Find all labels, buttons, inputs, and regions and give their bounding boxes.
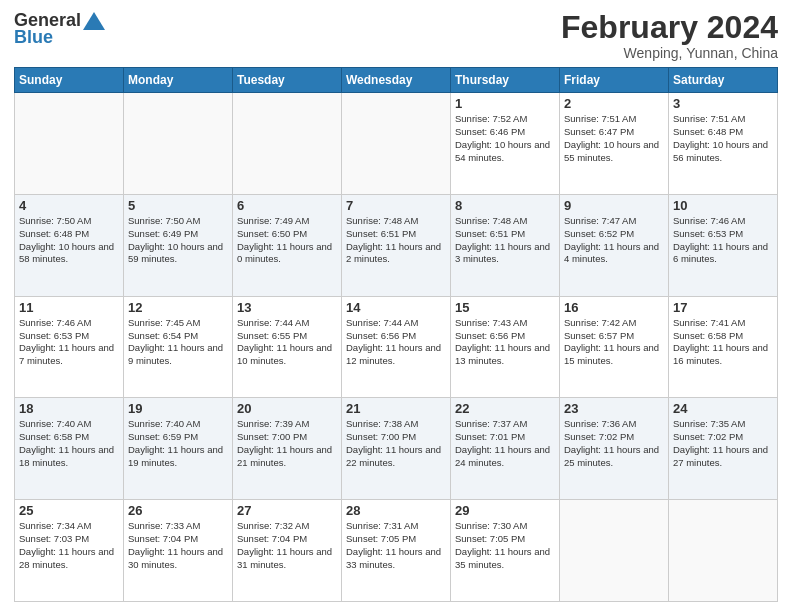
day-info: Sunrise: 7:32 AM Sunset: 7:04 PM Dayligh… xyxy=(237,520,337,571)
day-info: Sunrise: 7:41 AM Sunset: 6:58 PM Dayligh… xyxy=(673,317,773,368)
day-number: 15 xyxy=(455,300,555,315)
day-number: 6 xyxy=(237,198,337,213)
day-info: Sunrise: 7:43 AM Sunset: 6:56 PM Dayligh… xyxy=(455,317,555,368)
day-info: Sunrise: 7:42 AM Sunset: 6:57 PM Dayligh… xyxy=(564,317,664,368)
logo-triangle-icon xyxy=(83,12,105,30)
weekday-header: Tuesday xyxy=(233,68,342,93)
day-info: Sunrise: 7:44 AM Sunset: 6:56 PM Dayligh… xyxy=(346,317,446,368)
calendar-week-row: 1Sunrise: 7:52 AM Sunset: 6:46 PM Daylig… xyxy=(15,93,778,195)
day-number: 19 xyxy=(128,401,228,416)
svg-marker-0 xyxy=(83,12,105,30)
day-info: Sunrise: 7:48 AM Sunset: 6:51 PM Dayligh… xyxy=(346,215,446,266)
day-number: 21 xyxy=(346,401,446,416)
day-info: Sunrise: 7:46 AM Sunset: 6:53 PM Dayligh… xyxy=(19,317,119,368)
day-info: Sunrise: 7:52 AM Sunset: 6:46 PM Dayligh… xyxy=(455,113,555,164)
month-title: February 2024 xyxy=(561,10,778,45)
calendar-cell: 17Sunrise: 7:41 AM Sunset: 6:58 PM Dayli… xyxy=(669,296,778,398)
calendar-cell: 10Sunrise: 7:46 AM Sunset: 6:53 PM Dayli… xyxy=(669,194,778,296)
calendar-cell: 15Sunrise: 7:43 AM Sunset: 6:56 PM Dayli… xyxy=(451,296,560,398)
calendar-cell: 6Sunrise: 7:49 AM Sunset: 6:50 PM Daylig… xyxy=(233,194,342,296)
day-number: 11 xyxy=(19,300,119,315)
day-info: Sunrise: 7:50 AM Sunset: 6:49 PM Dayligh… xyxy=(128,215,228,266)
calendar-cell: 26Sunrise: 7:33 AM Sunset: 7:04 PM Dayli… xyxy=(124,500,233,602)
day-number: 5 xyxy=(128,198,228,213)
header: General Blue February 2024 Wenping, Yunn… xyxy=(14,10,778,61)
calendar-cell: 20Sunrise: 7:39 AM Sunset: 7:00 PM Dayli… xyxy=(233,398,342,500)
day-number: 20 xyxy=(237,401,337,416)
calendar-cell: 4Sunrise: 7:50 AM Sunset: 6:48 PM Daylig… xyxy=(15,194,124,296)
day-number: 1 xyxy=(455,96,555,111)
day-number: 29 xyxy=(455,503,555,518)
page: General Blue February 2024 Wenping, Yunn… xyxy=(0,0,792,612)
day-info: Sunrise: 7:31 AM Sunset: 7:05 PM Dayligh… xyxy=(346,520,446,571)
day-number: 13 xyxy=(237,300,337,315)
calendar-cell: 21Sunrise: 7:38 AM Sunset: 7:00 PM Dayli… xyxy=(342,398,451,500)
calendar-cell: 3Sunrise: 7:51 AM Sunset: 6:48 PM Daylig… xyxy=(669,93,778,195)
day-number: 3 xyxy=(673,96,773,111)
day-number: 9 xyxy=(564,198,664,213)
day-number: 4 xyxy=(19,198,119,213)
calendar-cell xyxy=(233,93,342,195)
day-number: 7 xyxy=(346,198,446,213)
day-info: Sunrise: 7:49 AM Sunset: 6:50 PM Dayligh… xyxy=(237,215,337,266)
day-number: 16 xyxy=(564,300,664,315)
day-info: Sunrise: 7:39 AM Sunset: 7:00 PM Dayligh… xyxy=(237,418,337,469)
weekday-header: Sunday xyxy=(15,68,124,93)
calendar-week-row: 18Sunrise: 7:40 AM Sunset: 6:58 PM Dayli… xyxy=(15,398,778,500)
calendar-table: SundayMondayTuesdayWednesdayThursdayFrid… xyxy=(14,67,778,602)
day-number: 22 xyxy=(455,401,555,416)
day-info: Sunrise: 7:51 AM Sunset: 6:47 PM Dayligh… xyxy=(564,113,664,164)
calendar-cell: 12Sunrise: 7:45 AM Sunset: 6:54 PM Dayli… xyxy=(124,296,233,398)
day-number: 27 xyxy=(237,503,337,518)
calendar-cell: 5Sunrise: 7:50 AM Sunset: 6:49 PM Daylig… xyxy=(124,194,233,296)
calendar-cell xyxy=(15,93,124,195)
day-number: 14 xyxy=(346,300,446,315)
day-number: 23 xyxy=(564,401,664,416)
day-info: Sunrise: 7:48 AM Sunset: 6:51 PM Dayligh… xyxy=(455,215,555,266)
calendar-cell: 28Sunrise: 7:31 AM Sunset: 7:05 PM Dayli… xyxy=(342,500,451,602)
day-number: 12 xyxy=(128,300,228,315)
day-number: 17 xyxy=(673,300,773,315)
logo: General Blue xyxy=(14,10,105,48)
day-info: Sunrise: 7:40 AM Sunset: 6:58 PM Dayligh… xyxy=(19,418,119,469)
day-info: Sunrise: 7:35 AM Sunset: 7:02 PM Dayligh… xyxy=(673,418,773,469)
logo-blue-text: Blue xyxy=(14,27,53,48)
day-info: Sunrise: 7:34 AM Sunset: 7:03 PM Dayligh… xyxy=(19,520,119,571)
weekday-header: Saturday xyxy=(669,68,778,93)
day-number: 18 xyxy=(19,401,119,416)
calendar-cell: 22Sunrise: 7:37 AM Sunset: 7:01 PM Dayli… xyxy=(451,398,560,500)
weekday-header: Wednesday xyxy=(342,68,451,93)
calendar-cell: 9Sunrise: 7:47 AM Sunset: 6:52 PM Daylig… xyxy=(560,194,669,296)
calendar-cell: 23Sunrise: 7:36 AM Sunset: 7:02 PM Dayli… xyxy=(560,398,669,500)
day-number: 24 xyxy=(673,401,773,416)
calendar-cell: 1Sunrise: 7:52 AM Sunset: 6:46 PM Daylig… xyxy=(451,93,560,195)
weekday-header: Friday xyxy=(560,68,669,93)
day-info: Sunrise: 7:50 AM Sunset: 6:48 PM Dayligh… xyxy=(19,215,119,266)
calendar-header-row: SundayMondayTuesdayWednesdayThursdayFrid… xyxy=(15,68,778,93)
day-info: Sunrise: 7:40 AM Sunset: 6:59 PM Dayligh… xyxy=(128,418,228,469)
day-info: Sunrise: 7:36 AM Sunset: 7:02 PM Dayligh… xyxy=(564,418,664,469)
day-info: Sunrise: 7:46 AM Sunset: 6:53 PM Dayligh… xyxy=(673,215,773,266)
calendar-cell xyxy=(342,93,451,195)
calendar-week-row: 11Sunrise: 7:46 AM Sunset: 6:53 PM Dayli… xyxy=(15,296,778,398)
day-info: Sunrise: 7:30 AM Sunset: 7:05 PM Dayligh… xyxy=(455,520,555,571)
day-info: Sunrise: 7:45 AM Sunset: 6:54 PM Dayligh… xyxy=(128,317,228,368)
calendar-cell: 8Sunrise: 7:48 AM Sunset: 6:51 PM Daylig… xyxy=(451,194,560,296)
calendar-cell: 11Sunrise: 7:46 AM Sunset: 6:53 PM Dayli… xyxy=(15,296,124,398)
day-info: Sunrise: 7:44 AM Sunset: 6:55 PM Dayligh… xyxy=(237,317,337,368)
weekday-header: Thursday xyxy=(451,68,560,93)
calendar-week-row: 25Sunrise: 7:34 AM Sunset: 7:03 PM Dayli… xyxy=(15,500,778,602)
calendar-cell xyxy=(560,500,669,602)
calendar-cell: 16Sunrise: 7:42 AM Sunset: 6:57 PM Dayli… xyxy=(560,296,669,398)
calendar-cell xyxy=(669,500,778,602)
calendar-cell: 19Sunrise: 7:40 AM Sunset: 6:59 PM Dayli… xyxy=(124,398,233,500)
day-number: 26 xyxy=(128,503,228,518)
calendar-cell: 29Sunrise: 7:30 AM Sunset: 7:05 PM Dayli… xyxy=(451,500,560,602)
weekday-header: Monday xyxy=(124,68,233,93)
day-info: Sunrise: 7:47 AM Sunset: 6:52 PM Dayligh… xyxy=(564,215,664,266)
calendar-cell: 24Sunrise: 7:35 AM Sunset: 7:02 PM Dayli… xyxy=(669,398,778,500)
calendar-cell: 7Sunrise: 7:48 AM Sunset: 6:51 PM Daylig… xyxy=(342,194,451,296)
calendar-cell: 27Sunrise: 7:32 AM Sunset: 7:04 PM Dayli… xyxy=(233,500,342,602)
calendar-cell: 25Sunrise: 7:34 AM Sunset: 7:03 PM Dayli… xyxy=(15,500,124,602)
day-info: Sunrise: 7:37 AM Sunset: 7:01 PM Dayligh… xyxy=(455,418,555,469)
